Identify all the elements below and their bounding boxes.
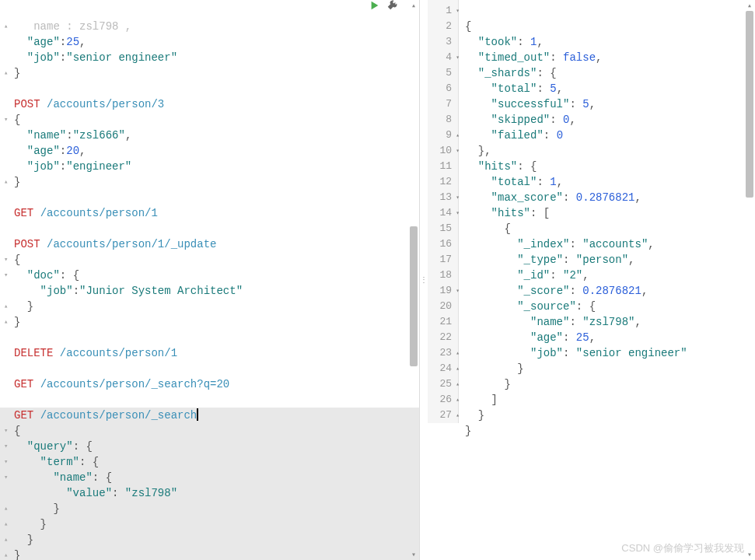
field-age: 25	[66, 36, 79, 48]
resp-shards-successful: 5	[582, 98, 589, 110]
request-url: /accounts/person/1	[40, 207, 158, 219]
text-cursor	[197, 408, 198, 421]
request-url: /accounts/person/1	[60, 347, 177, 359]
scroll-up-icon[interactable]: ▴	[744, 0, 755, 11]
fold-arrow-icon[interactable]: ▾	[4, 252, 8, 268]
field-name: zsl666	[79, 129, 118, 142]
field-job: senior engineer	[73, 51, 171, 64]
scrollbar-thumb[interactable]	[746, 11, 753, 198]
response-viewer[interactable]: { "took": 1, "timed_out": false, "_shard…	[428, 0, 755, 442]
http-method: POST	[14, 238, 40, 250]
http-method: GET	[14, 207, 33, 219]
fold-arrow-icon[interactable]: ▾	[4, 470, 8, 485]
vertical-scrollbar[interactable]: ▴ ▾	[408, 0, 419, 560]
fold-arrow-icon[interactable]: ▴	[4, 501, 8, 516]
watermark: CSDN @偷偷学习被我发现	[621, 541, 744, 555]
options-button[interactable]	[386, 0, 397, 16]
response-pane: 1▾ 2 3 4▾ 5 6 7 8 9▴ 10▾ 11 12 13▾ 14▾ 1…	[428, 0, 755, 560]
fold-arrow-icon[interactable]: ▾	[4, 112, 8, 128]
run-query-button[interactable]	[369, 0, 380, 16]
fold-arrow-icon[interactable]: ▾	[4, 268, 8, 283]
resp-type: person	[582, 254, 621, 266]
fold-arrow-icon[interactable]: ▴	[4, 19, 8, 34]
request-url: /accounts/person/3	[47, 98, 164, 110]
scroll-down-icon[interactable]: ▾	[408, 549, 419, 560]
vertical-scrollbar[interactable]: ▴ ▾	[744, 0, 755, 560]
resp-src-age: 25	[576, 331, 589, 344]
fold-arrow-icon[interactable]: ▾	[4, 423, 8, 439]
request-editor[interactable]: ▴ name : zsl798 , "age":25, "job":"senio…	[0, 0, 419, 560]
scroll-up-icon[interactable]: ▴	[408, 0, 419, 11]
field-job: engineer	[73, 160, 125, 173]
query-value: zsl798	[131, 487, 170, 499]
scroll-down-icon[interactable]: ▾	[744, 549, 755, 560]
resp-max-score: 0.2876821	[576, 191, 635, 204]
pane-splitter[interactable]: ⋮	[420, 0, 428, 560]
resp-shards-failed: 0	[557, 129, 563, 142]
resp-id: 2	[569, 269, 575, 282]
fold-arrow-icon[interactable]: ▴	[4, 548, 8, 560]
fold-arrow-icon[interactable]: ▴	[4, 516, 8, 532]
resp-src-job: senior engineer	[582, 347, 680, 359]
resp-hits-total: 1	[550, 176, 556, 188]
request-editor-pane: ▴ name : zsl798 , "age":25, "job":"senio…	[0, 0, 420, 560]
fold-arrow-icon[interactable]: ▾	[4, 454, 8, 470]
resp-shards-total: 5	[550, 82, 556, 95]
http-method: GET	[14, 378, 33, 390]
fold-arrow-icon[interactable]: ▴	[4, 299, 8, 314]
fold-arrow-icon[interactable]: ▴	[4, 174, 8, 190]
request-url: /accounts/person/1/_update	[47, 238, 216, 250]
fold-arrow-icon[interactable]: ▴	[4, 314, 8, 330]
resp-score: 0.2876821	[582, 285, 641, 297]
svg-marker-0	[372, 2, 379, 10]
fold-arrow-icon[interactable]: ▴	[4, 65, 8, 81]
field-job: Junior System Architect	[86, 285, 236, 297]
fold-arrow-icon[interactable]: ▴	[4, 532, 8, 548]
resp-src-name: zsl798	[589, 316, 628, 328]
resp-index: accounts	[589, 238, 641, 250]
field-age: 20	[66, 145, 79, 157]
active-request-line[interactable]: GET /accounts/person/_search	[0, 408, 419, 423]
http-method: DELETE	[14, 347, 53, 359]
http-method: GET	[14, 409, 33, 422]
request-url: /accounts/person/_search	[40, 409, 197, 422]
resp-timed-out: false	[563, 51, 596, 64]
request-url: /accounts/person/_search?q=20	[40, 378, 230, 390]
scrollbar-thumb[interactable]	[410, 226, 418, 366]
fold-arrow-icon[interactable]: ▾	[4, 439, 8, 454]
